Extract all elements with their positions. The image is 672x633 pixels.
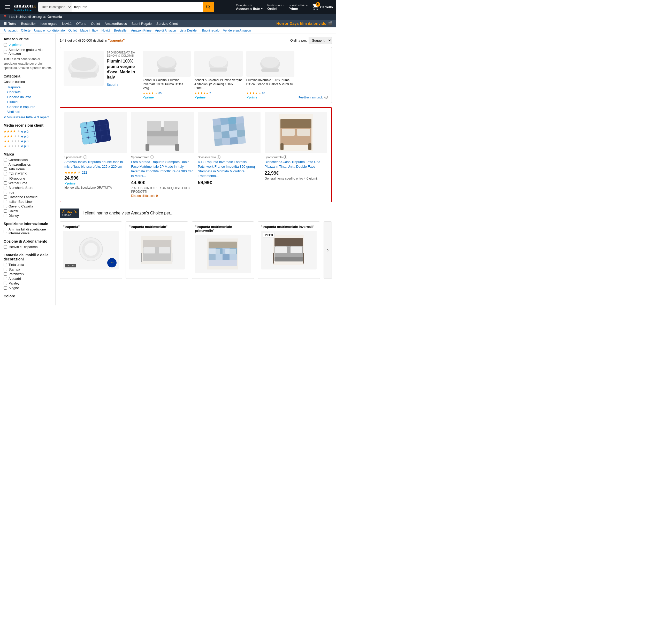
category-coperte-da-letto[interactable]: Coperte da letto bbox=[4, 95, 52, 99]
delivery-bar[interactable]: 📍 Il tuo indirizzo di consegna: Germania bbox=[0, 14, 336, 20]
prime-subscribe-link[interactable]: Iscriviti a Prime bbox=[14, 9, 31, 12]
breadcrumb-outlet[interactable]: Outlet bbox=[69, 29, 77, 32]
banner-product-2[interactable]: Zenoni & Colombi Piumino Vergine 4 Stagi… bbox=[194, 51, 242, 99]
orders-section[interactable]: Restituzioni e Ordini bbox=[267, 4, 284, 10]
brand-italian-bed-linen[interactable]: Italian Bed Linen bbox=[4, 200, 52, 203]
prime-nav-section[interactable]: Iscriviti a Prime Prime bbox=[288, 4, 308, 10]
category-piumini[interactable]: Piumini bbox=[4, 99, 52, 104]
sidebar-brand-section: Marca Corredocasa AmazonBasics Tata Home… bbox=[4, 152, 52, 218]
product-card-1[interactable]: Sponsorizzato i AmazonBasics Trapunta do… bbox=[64, 112, 127, 198]
breadcrumb-amazon-prime[interactable]: Amazon Prime bbox=[131, 29, 151, 32]
product-card-3[interactable]: Sponsorizzato i R.P. Trapunta Invernale … bbox=[198, 112, 261, 198]
search-input[interactable] bbox=[72, 2, 202, 12]
stars-4[interactable]: ★★★★★ e più bbox=[4, 129, 52, 133]
pattern-a-quadri[interactable]: A quadri bbox=[4, 277, 52, 281]
product-2-title[interactable]: Lara Morada Trapunta Stampata Duble Face… bbox=[131, 160, 194, 178]
see-more-categories[interactable]: Vedi altri bbox=[4, 109, 52, 114]
category-select[interactable]: Tutte le categorie bbox=[38, 2, 72, 12]
sort-select[interactable]: Suggeriti bbox=[309, 37, 332, 44]
stars-3[interactable]: ★★★★★ e più bbox=[4, 135, 52, 138]
brand-catherine[interactable]: Catherine Lansfield bbox=[4, 195, 52, 199]
choices-next-arrow[interactable]: › bbox=[323, 221, 332, 279]
choice-card-2[interactable]: "trapunta matrimoniale" bbox=[126, 221, 188, 279]
explore-link[interactable]: Scopri › bbox=[107, 83, 139, 87]
subscription-item[interactable]: Iscriviti e Risparmia bbox=[4, 245, 52, 249]
nav-idee-regalo[interactable]: Idee regalo bbox=[41, 22, 57, 26]
cart-label: Carrello bbox=[320, 5, 333, 9]
brand-tata-home[interactable]: Tata Home bbox=[4, 167, 52, 171]
pattern-a-righe[interactable]: A righe bbox=[4, 286, 52, 290]
nav-amazonbasics[interactable]: AmazonBasics bbox=[105, 22, 127, 26]
brand-warner[interactable]: Warner Bros bbox=[4, 181, 52, 185]
stars-2[interactable]: ★★★★★ e più bbox=[4, 139, 52, 143]
svg-rect-31 bbox=[228, 117, 236, 124]
brand-irge[interactable]: Irge bbox=[4, 190, 52, 194]
choice-card-4[interactable]: "trapunta matrimoniale invernali" bbox=[258, 221, 320, 279]
shipping-checkbox-row[interactable]: Spedizione gratuita via Amazon bbox=[4, 48, 52, 55]
breadcrumb-bestseller[interactable]: Bestseller bbox=[114, 29, 128, 32]
pattern-patchwork[interactable]: Patchwork bbox=[4, 272, 52, 276]
hamburger-menu[interactable] bbox=[3, 4, 11, 10]
brand-corredocasa[interactable]: Corredocasa bbox=[4, 158, 52, 162]
stars-1[interactable]: ★★★★★ e più bbox=[4, 144, 52, 148]
brand-disney[interactable]: Disney bbox=[4, 214, 52, 218]
nav-novita[interactable]: Novità bbox=[62, 22, 72, 26]
nav-buoni-regalo[interactable]: Buoni Regalo bbox=[131, 22, 152, 26]
breadcrumb-novita[interactable]: Novità bbox=[101, 29, 110, 32]
pattern-paisley[interactable]: Paisley bbox=[4, 282, 52, 285]
prime-badge-2: ✓prime bbox=[194, 96, 242, 99]
category-trapunte[interactable]: Trapunte bbox=[4, 85, 52, 90]
brand-ilgruppone[interactable]: IlGruppone bbox=[4, 176, 52, 180]
feedback-link[interactable]: Feedback annuncio bbox=[298, 96, 323, 99]
brand-eglemtek[interactable]: EGLEMTEK bbox=[4, 172, 52, 176]
prime-checkbox-row[interactable]: ✓prime bbox=[4, 43, 52, 47]
shipping-intl-item[interactable]: Ammissibili di spedizione internazionale bbox=[4, 227, 52, 235]
breadcrumb-vendere[interactable]: Vendere su Amazon bbox=[223, 29, 251, 32]
product-3-title[interactable]: R.P. Trapunta Invernale Fantasia Patchwo… bbox=[198, 160, 261, 178]
product-image-4[interactable] bbox=[265, 112, 327, 153]
prime-checkbox[interactable] bbox=[4, 43, 7, 47]
brand-biancheria-store[interactable]: Biancheria Store bbox=[4, 186, 52, 190]
product-image-2[interactable] bbox=[131, 112, 194, 153]
pattern-tinta-unita[interactable]: Tinta unita bbox=[4, 263, 52, 267]
banner-image[interactable] bbox=[64, 51, 104, 86]
breadcrumb-buoni-regalo[interactable]: Buoni regalo bbox=[202, 29, 219, 32]
banner-product-1[interactable]: Zenoni & Colombi Piumino Invernale 100% … bbox=[143, 51, 191, 99]
brand-gaveno[interactable]: Gaveno Cavailia bbox=[4, 204, 52, 208]
pattern-stampa[interactable]: Stampa bbox=[4, 267, 52, 271]
product-1-title[interactable]: AmazonBasics Trapunta double-face in mic… bbox=[64, 160, 127, 169]
shipping-checkbox[interactable] bbox=[4, 50, 7, 53]
nav-offerte[interactable]: Offerte bbox=[76, 22, 87, 26]
amazon-logo[interactable]: amazon .it Iscriviti a Prime bbox=[14, 2, 36, 12]
breadcrumb-usato[interactable]: Usato e ricondizionato bbox=[34, 29, 65, 32]
product-image-1[interactable] bbox=[64, 112, 127, 153]
banner-title[interactable]: Piumini 100% piuma vergine d'oca. Made i… bbox=[107, 59, 139, 80]
brand-amazonbasics[interactable]: AmazonBasics bbox=[4, 163, 52, 166]
main-category[interactable]: Casa e cucina bbox=[4, 80, 52, 84]
banner-product-3[interactable]: Piumino Invernale 100% Piuma D'Oca, Grad… bbox=[246, 51, 294, 99]
see-all-depts[interactable]: ∨ Visualizzare tutte le 3 reparti bbox=[4, 115, 52, 119]
svg-rect-56 bbox=[143, 240, 171, 247]
category-copriletti[interactable]: Copriletti bbox=[4, 90, 52, 95]
cart-section[interactable]: 0 Carrello bbox=[312, 3, 333, 11]
brand-caleffi[interactable]: Caleffi bbox=[4, 209, 52, 213]
product-card-2[interactable]: Sponsorizzato i Lara Morada Trapunta Sta… bbox=[131, 112, 194, 198]
hamburger-all[interactable]: ☰Tutto bbox=[4, 22, 17, 26]
breadcrumb-amazon[interactable]: Amazon.it bbox=[4, 29, 17, 32]
breadcrumb-app[interactable]: App di Amazon bbox=[155, 29, 176, 32]
product-card-4[interactable]: Sponsorizzato i Biancheria&Casa Trapunta… bbox=[265, 112, 327, 198]
breadcrumb-lista-desideri[interactable]: Lista Desideri bbox=[179, 29, 198, 32]
nav-servizio-clienti[interactable]: Servizio Clienti bbox=[157, 22, 178, 26]
product-image-3[interactable] bbox=[198, 112, 261, 153]
breadcrumb-made-in-italy[interactable]: Made in Italy bbox=[80, 29, 98, 32]
breadcrumb-offerte[interactable]: Offerte bbox=[21, 29, 30, 32]
product-4-title[interactable]: Biancheria&Casa Trapunta Letto Una Piazz… bbox=[265, 160, 327, 169]
choice-card-1[interactable]: "trapunta" EU 2 SIZES bbox=[60, 221, 122, 279]
nav-bestseller[interactable]: Bestseller bbox=[21, 22, 36, 26]
category-coperte-trapunte[interactable]: Coperte e trapunte bbox=[4, 104, 52, 109]
choice-card-3[interactable]: "trapunta matrimoniale primaverile" bbox=[192, 221, 254, 279]
product-1-review-count[interactable]: 212 bbox=[82, 171, 87, 174]
account-section[interactable]: Ciao, Accedi Account e liste ▼ bbox=[236, 4, 263, 10]
nav-outlet[interactable]: Outlet bbox=[91, 22, 100, 26]
search-button[interactable] bbox=[202, 2, 214, 12]
